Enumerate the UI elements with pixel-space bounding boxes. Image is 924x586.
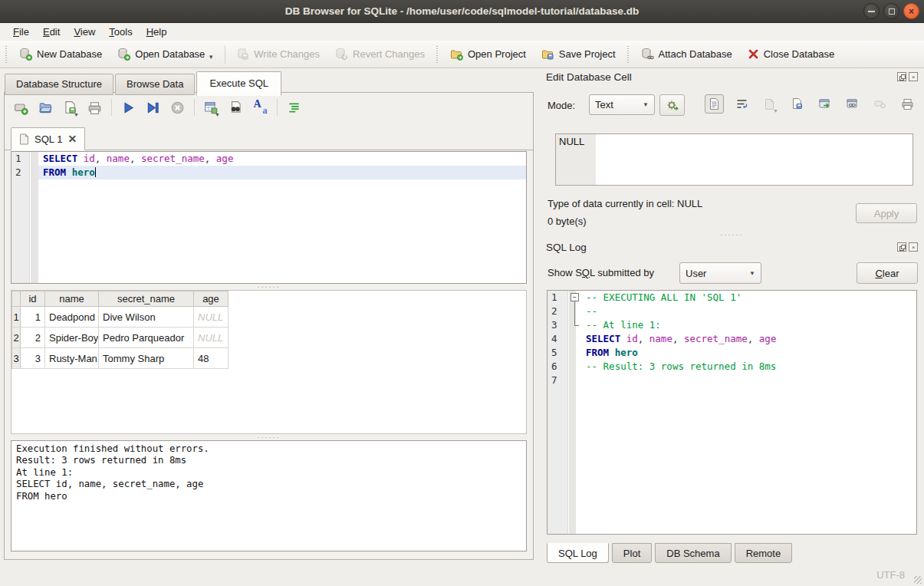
column-header-id[interactable]: id [21,291,45,307]
column-header-secret-name[interactable]: secret_name [99,291,194,307]
cell-type-info: Type of data currently in cell: NULL [547,198,702,209]
set-null-icon [873,97,886,110]
find-replace-button[interactable] [226,98,245,117]
sql-log-view[interactable]: 1 -- EXECUTING ALL IN 'SQL 1' 2 -- 3 -- … [547,290,917,535]
toolbar-drag-handle[interactable] [4,46,9,63]
open-sql-new-tab-button[interactable] [12,98,31,117]
sql-log-panel-title: SQL Log [546,242,587,253]
open-database-button[interactable]: Open Database ▼ [110,44,222,64]
open-database-dropdown-icon[interactable]: ▼ [208,54,214,61]
auto-update-button[interactable] [659,94,685,116]
print-cell-button[interactable] [898,94,917,114]
maximize-button[interactable] [883,3,899,19]
close-panel-icon[interactable]: × [909,72,918,81]
cell-age[interactable]: NULL [194,328,229,348]
open-project-button[interactable]: Open Project [442,44,534,64]
tab-database-structure[interactable]: Database Structure [5,74,113,95]
toolbar-drag-handle[interactable] [626,46,631,63]
save-sql-file-button[interactable]: ▼ [61,98,80,117]
menu-help[interactable]: Help [140,24,174,40]
copy-url-button[interactable] [843,94,862,114]
auto-completion-button[interactable]: Aa [251,98,270,117]
dock-tab-plot[interactable]: Plot [612,543,652,563]
cell-secret-name[interactable]: Pedro Parqueador [99,328,194,348]
cell-id[interactable]: 1 [21,307,45,328]
column-header-name[interactable]: name [45,291,99,307]
toolbar-drag-handle[interactable] [435,46,440,63]
menu-tools[interactable]: Tools [102,24,139,40]
mode-label: Mode: [547,100,575,111]
cell-id[interactable]: 3 [21,348,45,369]
maximize-icon [889,8,895,15]
save-results-dropdown-icon[interactable]: ▼ [215,112,220,117]
save-project-icon [541,48,554,61]
close-panel-icon[interactable]: × [909,242,918,252]
save-project-button[interactable]: Save Project [534,44,623,64]
open-sql-file-button[interactable] [36,98,55,117]
cell-age[interactable]: 48 [194,348,229,369]
row-number[interactable]: 1 [12,307,21,328]
play-icon [121,100,136,115]
cell-secret-name[interactable]: Tommy Sharp [99,348,194,369]
sql-code-editor[interactable]: 1 SELECT id, name, secret_name, age 2 FR… [11,151,527,284]
float-panel-icon[interactable] [897,72,906,81]
cell-secret-name[interactable]: Dive Wilson [99,307,194,328]
cell-name[interactable]: Deadpond [45,307,99,328]
tab-execute-sql[interactable]: Execute SQL [196,71,281,96]
column-header-age[interactable]: age [194,291,229,307]
execute-current-line-button[interactable] [143,98,163,117]
cell-age[interactable]: NULL [194,307,229,328]
mode-combobox[interactable]: Text ▼ [589,94,655,115]
word-wrap-button[interactable] [732,94,751,114]
row-number[interactable]: 3 [12,348,21,369]
fold-collapse-icon[interactable] [569,291,581,305]
save-results-button[interactable]: ▼ [202,98,221,117]
execute-all-button[interactable] [119,98,138,117]
menu-file[interactable]: File [6,24,36,40]
row-number-header[interactable] [12,291,21,307]
text-mode-button[interactable] [705,94,724,114]
new-database-icon [19,48,32,61]
splitter-editcell-sqllog[interactable]: ······ [540,232,924,238]
menu-edit[interactable]: Edit [36,24,67,40]
code-text: SELECT id, name, secret_name, age [38,152,526,166]
link-icon [846,97,859,110]
write-changes-button[interactable]: Write Changes [229,44,327,64]
sql-log-filter-combobox[interactable]: User ▼ [679,262,761,284]
edit-cell-panel-title: Edit Database Cell [546,71,632,83]
float-panel-icon[interactable] [897,242,906,252]
cell-name[interactable]: Spider-Boy [45,328,99,348]
results-table: id name secret_name age 1 1 Deadpond Div… [12,291,229,369]
menu-view[interactable]: View [67,24,102,40]
minimize-button[interactable] [863,3,880,19]
import-data-button[interactable]: ▼ [760,94,779,114]
cell-value-editor[interactable]: NULL [555,133,913,186]
close-database-button[interactable]: Close Database [740,44,843,64]
resize-grip[interactable] [914,576,922,584]
attach-database-button[interactable]: Attach Database [633,44,740,64]
splitter-results-message[interactable]: ······ [5,435,533,440]
apply-button[interactable]: Apply [856,203,917,223]
export-data-button[interactable] [788,94,807,114]
close-tab-icon[interactable]: ✕ [67,133,77,144]
tab-browse-data[interactable]: Browse Data [115,74,195,95]
sql-document-tab[interactable]: SQL 1 ✕ [11,127,85,150]
close-button[interactable]: × [903,3,919,19]
cell-name[interactable]: Rusty-Man [45,348,99,369]
cell-id[interactable]: 2 [21,328,45,348]
dock-tab-remote[interactable]: Remote [735,543,793,563]
dock-tab-db-schema[interactable]: DB Schema [655,543,731,563]
print-button[interactable] [85,98,104,117]
format-sql-button[interactable] [284,98,304,117]
save-file-dropdown-icon[interactable]: ▼ [74,112,79,117]
set-null-button[interactable] [870,94,889,114]
splitter-editor-results[interactable]: ······ [5,285,533,290]
dock-tab-sql-log[interactable]: SQL Log [547,543,609,563]
row-number[interactable]: 2 [12,328,21,348]
clear-log-button[interactable]: Clear [857,262,918,284]
revert-changes-button[interactable]: Revert Changes [327,44,432,64]
close-icon: × [909,7,914,16]
open-external-button[interactable] [815,94,834,114]
stop-button[interactable] [168,98,187,117]
new-database-button[interactable]: New Database [12,44,110,64]
